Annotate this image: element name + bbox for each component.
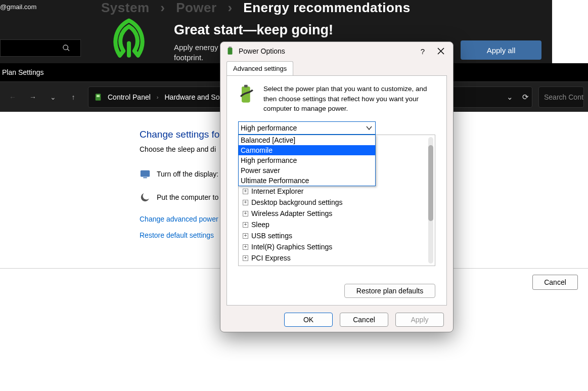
cancel-button[interactable]: Cancel — [340, 313, 388, 327]
tree-item[interactable]: +Wireless Adapter Settings — [243, 208, 426, 219]
settings-search[interactable] — [0, 39, 81, 57]
crumb-power[interactable]: Power — [176, 0, 217, 15]
tree-item[interactable]: +Internet Explorer — [243, 186, 426, 197]
svg-point-6 — [143, 192, 150, 200]
crumb-energy: Energy recommendations — [243, 0, 410, 15]
svg-rect-8 — [229, 47, 230, 48]
restore-plan-defaults-button[interactable]: Restore plan defaults — [344, 284, 435, 298]
power-plan-select[interactable]: High performance — [238, 121, 376, 135]
tree-item[interactable]: +Desktop background settings — [243, 197, 426, 208]
expand-icon[interactable]: + — [243, 189, 248, 194]
close-button[interactable] — [434, 44, 448, 58]
close-icon — [437, 48, 444, 55]
chevron-right-icon: › — [160, 0, 165, 15]
select-value: High performance — [241, 124, 297, 132]
nav-up-button[interactable]: ↑ — [65, 89, 82, 106]
help-button[interactable]: ? — [416, 44, 430, 58]
tree-item[interactable]: +PCI Express — [243, 252, 426, 264]
search-icon — [62, 44, 70, 52]
window-edge — [552, 0, 588, 63]
power-options-icon — [225, 47, 235, 56]
row-label: Turn off the display: — [157, 170, 218, 178]
power-plan-icon — [94, 93, 103, 102]
energy-headline: Great start—keep going! — [174, 22, 333, 38]
plan-option-balanced[interactable]: Balanced [Active] — [239, 135, 375, 145]
svg-rect-3 — [141, 170, 150, 177]
plan-settings-label: Plan Settings — [2, 68, 44, 76]
expand-icon[interactable]: + — [243, 255, 248, 261]
moon-icon — [140, 192, 151, 203]
apply-all-button[interactable]: Apply all — [461, 40, 541, 60]
search-placeholder: Search Cont — [544, 93, 583, 101]
address-history-button[interactable]: ⌄ — [507, 93, 513, 102]
plan-option-ultimate[interactable]: Ultimate Performance — [239, 176, 375, 186]
expand-icon[interactable]: + — [243, 200, 248, 205]
svg-rect-9 — [231, 47, 232, 48]
address-part-control-panel[interactable]: Control Panel — [108, 93, 151, 101]
crumb-system[interactable]: System — [101, 0, 150, 15]
leaf-icon — [106, 18, 152, 64]
settings-breadcrumb: System › Power › Energy recommendations — [101, 0, 411, 16]
expand-icon[interactable]: + — [243, 233, 248, 239]
apply-button[interactable]: Apply — [395, 313, 444, 327]
svg-rect-11 — [244, 85, 248, 88]
svg-rect-7 — [228, 48, 233, 55]
svg-rect-2 — [97, 95, 100, 97]
dialog-instructions: Select the power plan that you want to c… — [263, 84, 437, 114]
tab-advanced-settings[interactable]: Advanced settings — [227, 61, 293, 75]
svg-rect-4 — [143, 177, 147, 178]
refresh-button[interactable]: ⟳ — [522, 93, 529, 102]
tree-item[interactable]: +USB settings — [243, 230, 426, 241]
expand-icon[interactable]: + — [243, 244, 248, 250]
expand-icon[interactable]: + — [243, 222, 248, 228]
nav-recent-button[interactable]: ⌄ — [44, 89, 62, 106]
chevron-right-icon: › — [228, 0, 232, 15]
tree-item[interactable]: +Intel(R) Graphics Settings — [243, 241, 426, 252]
explorer-search[interactable]: Search Cont — [538, 86, 584, 108]
account-email: @gmail.com — [0, 3, 36, 11]
power-options-dialog: Power Options ? Advanced settings Select… — [220, 41, 454, 332]
plan-option-power-saver[interactable]: Power saver — [239, 165, 375, 176]
nav-back-button[interactable]: ← — [4, 89, 21, 106]
scrollbar-thumb[interactable] — [428, 145, 433, 221]
expand-icon[interactable]: + — [243, 211, 248, 216]
tree-item[interactable]: +Display — [243, 264, 426, 266]
nav-forward-button[interactable]: → — [24, 89, 41, 106]
battery-icon — [238, 84, 255, 104]
display-icon — [140, 168, 151, 180]
tree-item[interactable]: +Sleep — [243, 219, 426, 230]
cancel-button[interactable]: Cancel — [532, 275, 578, 290]
power-plan-dropdown[interactable]: Balanced [Active] Camomile High performa… — [238, 135, 376, 186]
chevron-down-icon — [366, 125, 372, 131]
row-label: Put the computer to — [157, 193, 218, 201]
ok-button[interactable]: OK — [284, 313, 333, 327]
chevron-right-icon[interactable]: › — [157, 94, 159, 100]
plan-option-high-perf[interactable]: High performance — [239, 155, 375, 165]
dialog-title: Power Options — [239, 47, 412, 55]
plan-option-camomile[interactable]: Camomile — [239, 145, 375, 155]
